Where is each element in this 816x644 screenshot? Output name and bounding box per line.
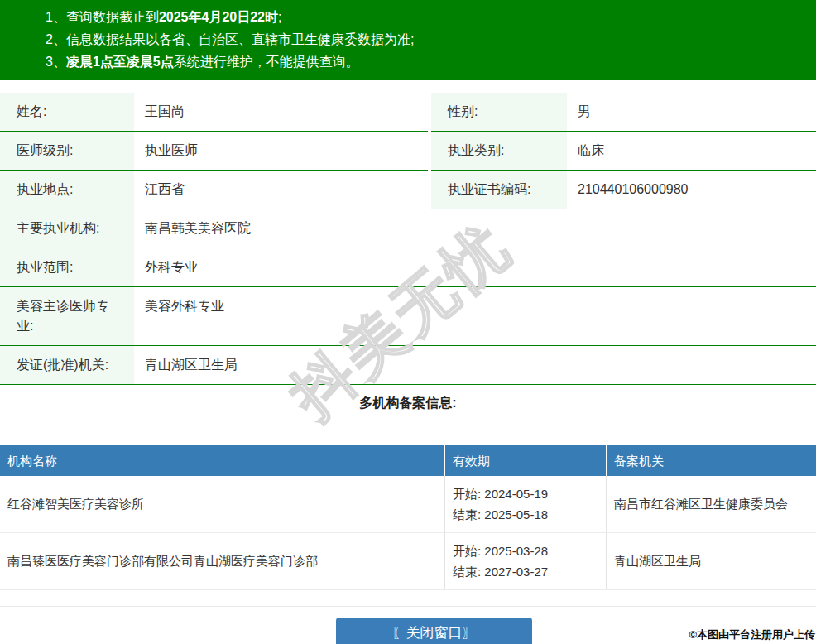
notice-line-2: 2、信息数据结果以各省、自治区、直辖市卫生健康委数据为准; <box>46 28 808 50</box>
practice-location-value: 江西省 <box>134 171 428 209</box>
org-name-header: 机构名称 <box>0 445 444 476</box>
divider-line <box>0 425 816 425</box>
filing-table: 机构名称 有效期 备案机关 红谷滩智美医疗美容诊所 开始: 2024-05-19… <box>0 445 816 590</box>
main-institution-value: 南昌韩美美容医院 <box>134 209 816 248</box>
name-value: 王国尚 <box>134 93 428 132</box>
validity-end: 结束: 2025-05-18 <box>453 504 599 525</box>
notice-3-num: 3、 <box>46 55 66 69</box>
notice-3-post: 系统进行维护，不能提供查询。 <box>174 55 359 69</box>
notice-1-bold: 2025年4月20日22时 <box>159 10 278 24</box>
info-row-name-gender: 姓名: 王国尚 性别: 男 <box>0 93 816 132</box>
notice-2-pre: 信息数据结果以各省、自治区、直辖市卫生健康委数据为准; <box>66 32 414 46</box>
org-name: 南昌臻医医疗美容门诊部有限公司青山湖医疗美容门诊部 <box>7 552 438 570</box>
divider-line <box>0 606 816 607</box>
info-row-location-certificate: 执业地点: 江西省 执业证书编码: 210440106000980 <box>0 171 816 209</box>
info-row-issuing-authority: 发证(批准)机关: 青山湖区卫生局 <box>0 346 816 385</box>
main-institution-label: 主要执业机构: <box>0 209 134 248</box>
doctor-info-table: 姓名: 王国尚 性别: 男 医师级别: 执业医师 执业类别: 临床 执业地点: … <box>0 93 816 385</box>
filing-authority: 南昌市红谷滩区卫生健康委员会 <box>614 495 809 513</box>
filing-row-2: 南昌臻医医疗美容门诊部有限公司青山湖医疗美容门诊部 开始: 2025-03-28… <box>0 533 816 590</box>
org-name: 红谷滩智美医疗美容诊所 <box>7 495 438 513</box>
certificate-number-value: 210440106000980 <box>567 171 816 209</box>
name-label: 姓名: <box>0 93 134 132</box>
issuing-authority-value: 青山湖区卫生局 <box>134 346 816 385</box>
notice-line-3: 3、凌晨1点至凌晨5点系统进行维护，不能提供查询。 <box>46 50 808 73</box>
gender-label: 性别: <box>431 93 567 132</box>
practice-scope-label: 执业范围: <box>0 248 134 287</box>
practice-category-value: 临床 <box>567 132 816 171</box>
doctor-level-label: 医师级别: <box>0 132 134 171</box>
notice-2-num: 2、 <box>46 32 66 46</box>
practice-category-label: 执业类别: <box>431 132 567 171</box>
info-row-main-institution: 主要执业机构: 南昌韩美美容医院 <box>0 209 816 248</box>
certificate-number-label: 执业证书编码: <box>431 171 567 209</box>
practice-scope-value: 外科专业 <box>134 248 816 287</box>
info-row-practice-scope: 执业范围: 外科专业 <box>0 248 816 287</box>
doctor-level-value: 执业医师 <box>134 132 428 171</box>
cosmetic-specialty-label: 美容主诊医师专业: <box>0 287 134 346</box>
notice-line-1: 1、查询数据截止到2025年4月20日22时; <box>46 6 808 28</box>
notice-1-pre: 查询数据截止到 <box>66 10 159 24</box>
cosmetic-specialty-value: 美容外科专业 <box>134 287 816 346</box>
close-window-button[interactable]: 〖关闭窗口〗 <box>336 618 532 644</box>
notice-1-post: ; <box>278 10 281 24</box>
filing-row-1: 红谷滩智美医疗美容诊所 开始: 2024-05-19 结束: 2025-05-1… <box>0 476 816 533</box>
filing-table-header: 机构名称 有效期 备案机关 <box>0 445 816 476</box>
issuing-authority-label: 发证(批准)机关: <box>0 346 134 385</box>
practice-location-label: 执业地点: <box>0 171 134 209</box>
validity-end: 结束: 2027-03-27 <box>453 561 599 582</box>
filing-authority: 青山湖区卫生局 <box>614 552 809 570</box>
validity-start: 开始: 2025-03-28 <box>453 541 599 561</box>
validity-start: 开始: 2024-05-19 <box>453 483 599 504</box>
info-row-cosmetic-specialty: 美容主诊医师专业: 美容外科专业 <box>0 287 816 346</box>
upload-caption: ©本图由平台注册用户上传 <box>689 627 815 642</box>
notice-3-bold: 凌晨1点至凌晨5点 <box>66 55 174 69</box>
filing-authority-header: 备案机关 <box>606 445 816 476</box>
notice-banner: 1、查询数据截止到2025年4月20日22时; 2、信息数据结果以各省、自治区、… <box>0 0 816 80</box>
gender-value: 男 <box>567 93 816 132</box>
filing-section-title: 多机构备案信息: <box>0 396 816 411</box>
info-row-level-category: 医师级别: 执业医师 执业类别: 临床 <box>0 132 816 171</box>
validity-header: 有效期 <box>444 445 606 476</box>
notice-1-num: 1、 <box>46 10 66 24</box>
